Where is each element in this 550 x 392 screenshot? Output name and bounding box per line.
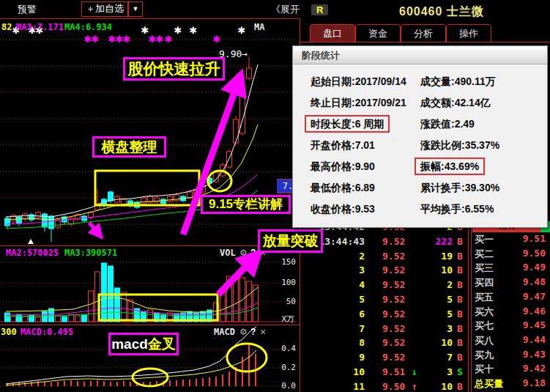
vol-scale-tick: 100 — [274, 278, 296, 287]
tape-row: 13:44:43 9.52 222 B — [300, 236, 467, 250]
book-row: 买五 9.47 — [472, 291, 547, 305]
book-divider-2 — [471, 220, 472, 392]
tape-row: 7 9.52 3 B — [300, 323, 467, 337]
stat-row: 最高价格:9.90 — [311, 156, 406, 177]
book-row: 买八 9.44 — [472, 334, 547, 348]
stat-row: 终止日期:2017/09/21 — [311, 92, 406, 114]
volume-chart: MA2:578025 MA3:390571 VOL ⚙ ? × X万 — [0, 246, 299, 325]
stat-row: 累计换手:39.30% — [420, 177, 499, 199]
close-icon[interactable]: × — [302, 49, 541, 60]
svg-text:✱: ✱ — [238, 25, 246, 36]
tape-row: 10 9.51 ↓ 3 S — [300, 366, 467, 380]
macd-title: MACD — [214, 327, 235, 337]
svg-text:✱: ✱ — [190, 25, 198, 36]
tape-row: 9 9.52 7 B — [300, 352, 467, 366]
macd-scale-tick: 0.2 — [274, 363, 296, 372]
tab-1[interactable]: 资金 — [355, 24, 401, 42]
stat-row: 平均换手:6.55% — [420, 199, 499, 220]
stat-row: 成交额:42.14亿 — [420, 92, 499, 114]
vol-scale-tick: 150 — [274, 257, 296, 267]
vol-ma3-value: MA3:390571 — [64, 248, 117, 258]
add-watchlist-button[interactable]: ＋加自选 — [81, 1, 128, 17]
book-row: 总买量 9.18 — [472, 377, 547, 391]
vol-unit-label: X万 — [272, 314, 294, 325]
macd-scale-tick: 0.4 — [274, 344, 296, 353]
svg-text:✱: ✱ — [123, 34, 131, 45]
period-stats-panel: 阶段统计 × 起始日期:2017/09/14终止日期:2017/09/21时段长… — [292, 45, 548, 228]
tab-3[interactable]: 操作 — [446, 24, 491, 42]
book-row: 买二 9.50 — [472, 248, 547, 262]
tape-row: 11 9.50 ↑ 10 B — [300, 381, 467, 392]
svg-text:✱: ✱ — [165, 34, 173, 45]
stat-row: 时段长度:6 周期 — [311, 114, 406, 135]
ma3-value: MA3:7.171 — [16, 22, 64, 32]
stat-row: 最低价格:6.89 — [311, 177, 406, 199]
stat-row: 涨跌值:2.49 — [420, 114, 499, 135]
anno-volume-breakout: 放量突破 — [258, 229, 323, 253]
anno-macd-cross: macd金叉 — [108, 333, 179, 355]
ma4-value: MA4:6.934 — [64, 22, 112, 32]
expand-button[interactable]: 《展开 — [271, 2, 300, 17]
tape-row: 4 9.52 2 B — [300, 279, 467, 293]
r-badge: R — [311, 4, 328, 15]
macd-scale-tick: 0.0 — [274, 381, 296, 391]
stat-row: 成交量:490.11万 — [420, 71, 499, 92]
vol-settings-icon[interactable]: ⚙ — [239, 248, 248, 258]
tape-row: 3 9.52 10 B — [300, 265, 467, 278]
vol-title: VOL — [220, 248, 236, 258]
toolbar: 预警 ＋加自选 ▼ 《展开 — [0, 0, 300, 18]
stats-panel-titlebar[interactable]: 阶段统计 × — [293, 46, 547, 64]
anno-macd-prefix: macd — [111, 336, 148, 352]
vol-scale-tick: 50 — [274, 297, 296, 306]
anno-macd-suffix: 金叉 — [148, 336, 176, 352]
anno-rapid-rise: 股价快速拉升 — [123, 57, 225, 81]
tape-row: 6 9.52 5 B — [300, 308, 467, 322]
book-row: 买十 9.42 — [472, 363, 547, 377]
svg-text:✱: ✱ — [156, 34, 164, 45]
stat-row: 收盘价格:9.53 — [311, 199, 406, 220]
vol-ma2-value: MA2:578025 — [6, 248, 59, 258]
book-row: 买一 9.51 — [472, 233, 547, 247]
anno-consolidation: 横盘整理 — [92, 136, 166, 158]
stats-left-column: 起始日期:2017/09/14终止日期:2017/09/21时段长度:6 周期开… — [311, 71, 406, 220]
macd-close-icon[interactable]: × — [260, 326, 266, 338]
book-row: 买三 9.49 — [472, 262, 547, 275]
tab-0[interactable]: 盘口 — [310, 24, 355, 42]
tape-row: 5 9.52 5 B — [300, 294, 467, 308]
macd-help-icon[interactable]: ? — [250, 327, 256, 337]
alert-button[interactable]: 预警 — [18, 2, 37, 17]
stock-title: 600460 士兰微 — [399, 4, 484, 20]
svg-text:✱: ✱ — [174, 25, 182, 36]
macd-value: MACD:0.495 — [21, 327, 73, 337]
stat-row: 起始日期:2017/09/14 — [311, 71, 406, 92]
macd-settings-icon[interactable]: ⚙ — [239, 327, 248, 337]
watchlist-dropdown-button[interactable]: ▼ — [128, 1, 143, 17]
book-row: 买六 9.46 — [472, 306, 547, 319]
book-row: 买九 9.43 — [472, 349, 547, 363]
stat-row: 振幅:43.69% — [420, 156, 499, 177]
tabs-divider — [300, 42, 550, 42]
book-divider-1 — [468, 220, 469, 392]
stat-row: 涨跌比例:35.37% — [420, 135, 499, 156]
vol-help-icon[interactable]: ? — [250, 248, 256, 258]
svg-text:✱: ✱ — [92, 34, 100, 45]
macd-partial-label: 300 — [1, 327, 17, 337]
volume-canvas — [0, 246, 299, 325]
trading-app-window: 预警 ＋加自选 ▼ 《展开 ✱✱✱✱✱✱✱✱✱✱✱✱✱✱✱✱ 82 MA3:7.… — [0, 0, 550, 392]
ma-partial-label: 82 — [1, 22, 12, 32]
stat-row: 开盘价格:7.01 — [311, 135, 406, 156]
tab-2[interactable]: 分析 — [401, 24, 446, 42]
stats-right-column: 成交量:490.11万成交额:42.14亿涨跌值:2.49涨跌比例:35.37%… — [420, 71, 499, 220]
tape-row: 2 9.52 19 B — [300, 251, 467, 265]
book-row: 买七 9.45 — [472, 319, 547, 333]
svg-text:✱: ✱ — [213, 34, 221, 45]
tape-row: 8 9.52 10 B — [300, 337, 467, 351]
anno-column-note: 9.15专栏讲解 — [201, 195, 291, 214]
ma-header: MA — [254, 22, 264, 32]
book-row: 买四 9.48 — [472, 276, 547, 290]
